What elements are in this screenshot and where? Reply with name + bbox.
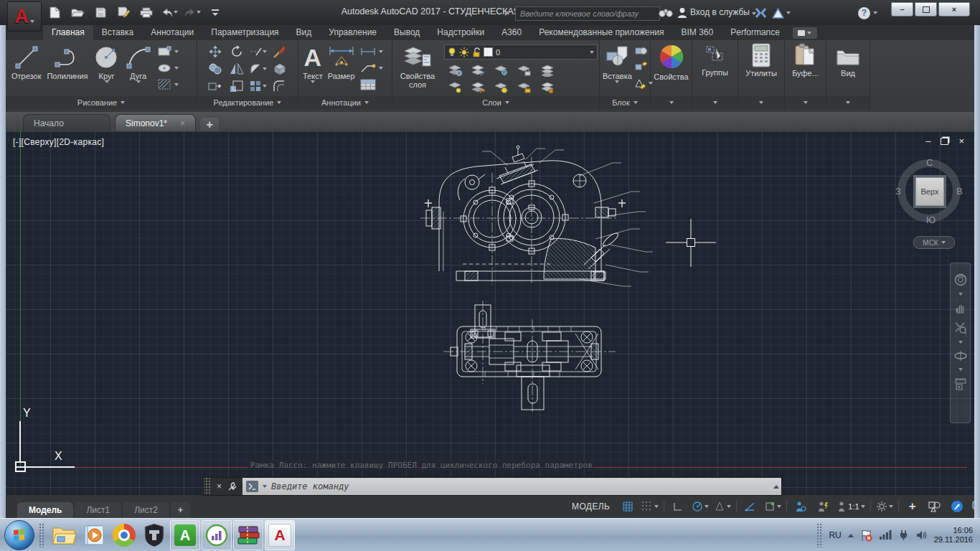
ortho-toggle[interactable]: [667, 498, 689, 515]
layer-freeze-button[interactable]: [494, 65, 509, 77]
layer-state-button[interactable]: [540, 82, 555, 94]
array-button[interactable]: [250, 80, 267, 92]
taskbar-winrar[interactable]: [233, 520, 263, 550]
fillet-dropdown[interactable]: [263, 67, 267, 70]
tray-grip[interactable]: [816, 523, 822, 547]
viewcube-south[interactable]: Ю: [926, 215, 936, 225]
model-space-label[interactable]: МОДЕЛЬ: [572, 501, 610, 512]
table-button[interactable]: [360, 77, 383, 92]
command-recent-dropdown[interactable]: [263, 485, 267, 488]
panel-view-footer[interactable]: [826, 96, 870, 109]
tab-bim360[interactable]: BIM 360: [673, 25, 722, 40]
file-tab-simonov1[interactable]: Simonov1*×: [115, 114, 196, 131]
annotation-scale-dropdown[interactable]: [861, 505, 865, 508]
match-properties-button[interactable]: [273, 44, 287, 59]
object-snap-tracking-toggle[interactable]: [740, 498, 761, 515]
navigation-wheel-dropdown[interactable]: [958, 293, 963, 296]
ellipse-button[interactable]: [157, 61, 179, 75]
tab-annotate[interactable]: Аннотации: [142, 25, 202, 40]
navigation-bar[interactable]: [950, 263, 971, 423]
block-attribute-manage-button[interactable]: [634, 76, 653, 90]
array-dropdown[interactable]: [263, 85, 267, 88]
undo-dropdown[interactable]: [174, 11, 178, 14]
application-menu-button[interactable]: A: [7, 1, 42, 32]
panel-utilities-footer[interactable]: [738, 96, 784, 109]
rectangle-button[interactable]: [157, 44, 179, 59]
explode-button[interactable]: [273, 62, 287, 75]
workspace-switch-button[interactable]: [874, 498, 895, 515]
panel-modify-footer[interactable]: Редактирование: [197, 96, 298, 109]
panel-clipboard-footer[interactable]: [785, 96, 826, 109]
leader-dropdown[interactable]: [379, 67, 383, 70]
offset-button[interactable]: [273, 80, 287, 93]
layer-unlock-all-button[interactable]: [517, 82, 532, 94]
fillet-button[interactable]: [250, 63, 267, 75]
file-tab-close-icon[interactable]: ×: [180, 118, 185, 128]
arc-dropdown[interactable]: [136, 80, 141, 83]
snap-toggle[interactable]: [639, 498, 661, 515]
tab-addins[interactable]: Надстройки: [428, 25, 493, 40]
save-button[interactable]: [92, 4, 109, 20]
taskbar-clock[interactable]: 16:06 29.11.2016: [934, 526, 973, 545]
tab-a360[interactable]: A360: [493, 25, 530, 40]
annotation-monitor-button[interactable]: +: [902, 498, 923, 515]
text-dropdown[interactable]: [311, 80, 315, 83]
line-button[interactable]: Отрезок: [11, 42, 41, 80]
view-panel-button[interactable]: Вид: [836, 42, 860, 77]
wcs-menu[interactable]: МСК: [913, 236, 955, 249]
taskbar-green-a-app[interactable]: A: [170, 520, 200, 550]
search-button[interactable]: [659, 5, 673, 21]
panel-layers-footer[interactable]: Слои: [392, 96, 599, 109]
tab-output[interactable]: Вывод: [385, 25, 428, 40]
show-hidden-icons[interactable]: [848, 534, 854, 537]
scale-button[interactable]: [230, 80, 244, 93]
properties-button[interactable]: Свойства: [654, 42, 688, 81]
command-close-icon[interactable]: ×: [217, 481, 222, 491]
layer-thaw-button[interactable]: [494, 82, 509, 94]
a360-dropdown[interactable]: [786, 11, 791, 14]
polar-dropdown[interactable]: [705, 505, 709, 508]
rotate-button[interactable]: [230, 44, 244, 59]
object-snap-dropdown[interactable]: [777, 505, 781, 508]
stretch-button[interactable]: [208, 80, 222, 92]
tab-featured-apps[interactable]: Рекомендованные приложения: [530, 25, 672, 40]
new-layout-button[interactable]: +: [171, 502, 190, 518]
insert-block-button[interactable]: Вставка: [603, 42, 632, 83]
exchange-apps-button[interactable]: [755, 5, 767, 21]
move-button[interactable]: [208, 44, 222, 59]
speaker-icon[interactable]: [916, 530, 928, 540]
redo-dropdown[interactable]: [197, 11, 201, 14]
tab-parametric[interactable]: Параметризация: [202, 25, 287, 40]
edit-attributes-button[interactable]: [634, 60, 653, 74]
network-signal-icon[interactable]: [879, 530, 892, 540]
open-file-button[interactable]: [69, 4, 86, 20]
panel-block-footer[interactable]: Блок: [600, 96, 650, 109]
layer-current-button[interactable]: [471, 82, 486, 94]
clipboard-button[interactable]: Буфе...: [792, 42, 819, 77]
taskbar-autocad[interactable]: A: [265, 520, 295, 550]
taskbar-grip[interactable]: [39, 523, 44, 547]
taskbar-explorer[interactable]: [50, 521, 78, 550]
command-input[interactable]: Введите команду: [242, 478, 771, 495]
copy-button[interactable]: [208, 62, 222, 75]
taskbar-wot[interactable]: [140, 521, 169, 550]
qat-customize-button[interactable]: [207, 4, 224, 20]
annotation-autoscale-toggle[interactable]: [812, 498, 834, 515]
isodraft-toggle[interactable]: [712, 498, 733, 515]
annotation-scale-button[interactable]: 1:1: [834, 498, 867, 515]
linear-dimension-dropdown[interactable]: [379, 50, 383, 53]
dimension-button[interactable]: Размер: [327, 42, 356, 80]
layer-lock-button[interactable]: [517, 65, 532, 77]
power-plug-icon[interactable]: [898, 529, 910, 541]
create-block-button[interactable]: [634, 43, 653, 57]
circle-dropdown[interactable]: [105, 80, 109, 83]
layout-tab-list2[interactable]: Лист2: [123, 502, 169, 518]
orbit-dropdown[interactable]: [958, 368, 963, 371]
command-wrench-icon[interactable]: [227, 482, 237, 491]
ribbon-display-toggle[interactable]: [793, 27, 817, 39]
snap-dropdown[interactable]: [654, 505, 659, 508]
panel-groups-footer[interactable]: [692, 96, 738, 109]
signin-button[interactable]: Вход в службы: [690, 7, 756, 17]
zoom-dropdown[interactable]: [958, 341, 963, 344]
leader-button[interactable]: [360, 61, 383, 75]
